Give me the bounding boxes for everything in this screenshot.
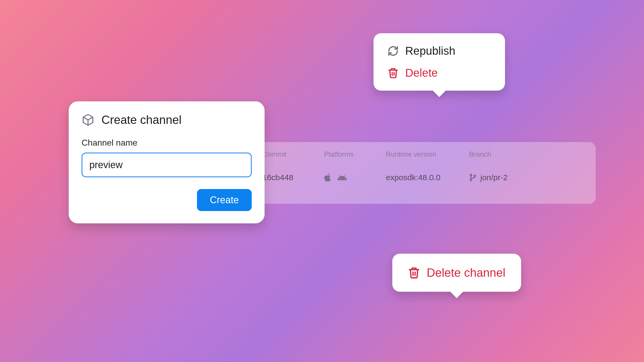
- trash-icon: [387, 67, 399, 79]
- platforms-cell: [324, 173, 386, 182]
- col-commit: Commit: [262, 150, 324, 158]
- git-branch-icon: [469, 173, 477, 182]
- delete-channel-label: Delete channel: [427, 266, 506, 279]
- col-platforms: Platforms: [324, 150, 386, 158]
- refresh-icon: [387, 45, 399, 57]
- delete-channel-menu-item[interactable]: Delete channel: [408, 264, 506, 282]
- delete-menu-item[interactable]: Delete: [387, 64, 491, 82]
- dialog-title: Create channel: [101, 113, 181, 127]
- create-channel-dialog: Create channel Channel name Create: [69, 101, 265, 223]
- table-header-row: Commit Platforms Runtime version Branch: [262, 150, 583, 158]
- updates-table: 23AM Commit Platforms Runtime version Br…: [250, 142, 596, 204]
- branch-name: jon/pr-2: [480, 173, 508, 182]
- republish-label: Republish: [405, 45, 455, 57]
- channel-name-input[interactable]: [82, 153, 252, 177]
- table-row[interactable]: 16cb448 exposdk:48.0.0 jon/pr-2: [262, 173, 583, 182]
- col-runtime: Runtime version: [386, 150, 469, 158]
- create-button[interactable]: Create: [197, 189, 252, 211]
- branch-cell: jon/pr-2: [469, 173, 583, 182]
- row-context-menu: Republish Delete: [374, 33, 505, 91]
- delete-channel-menu: Delete channel: [392, 254, 521, 292]
- runtime-version: exposdk:48.0.0: [386, 173, 469, 182]
- apple-icon: [324, 173, 332, 182]
- col-branch: Branch: [469, 150, 583, 158]
- channel-name-label: Channel name: [82, 138, 252, 148]
- android-icon: [337, 174, 347, 181]
- commit-hash: 16cb448: [262, 173, 324, 182]
- republish-menu-item[interactable]: Republish: [387, 42, 491, 60]
- delete-label: Delete: [405, 67, 438, 79]
- cube-icon: [82, 113, 94, 126]
- trash-icon: [408, 267, 420, 279]
